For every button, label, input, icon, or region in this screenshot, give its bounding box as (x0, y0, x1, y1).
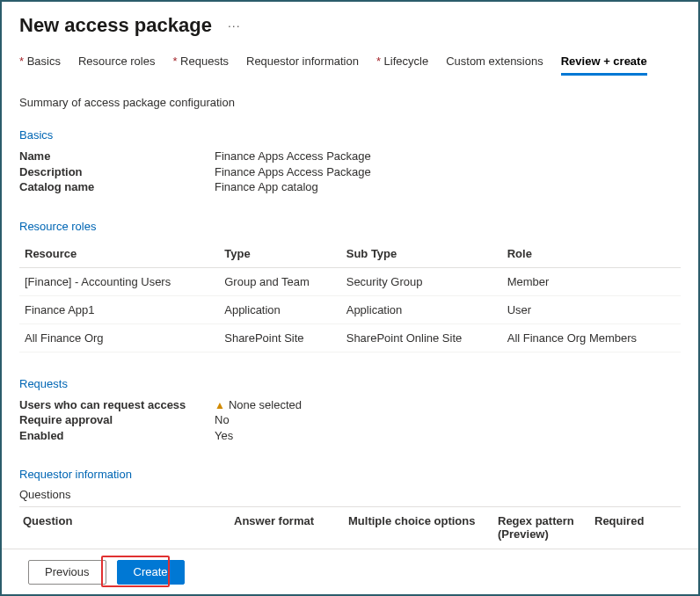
more-icon[interactable]: ··· (228, 18, 241, 33)
tab-requestor-information[interactable]: Requestor information (246, 55, 359, 76)
row-who: Users who can request access ▲None selec… (19, 397, 681, 413)
warning-icon: ▲ (215, 399, 225, 411)
link-requests[interactable]: Requests (19, 377, 681, 390)
col-required: Required (594, 514, 677, 541)
tab-basics[interactable]: Basics (19, 55, 61, 76)
table-row: All Finance OrgSharePoint SiteSharePoint… (19, 323, 681, 352)
value-name: Finance Apps Access Package (215, 149, 371, 164)
label-who: Users who can request access (19, 397, 215, 413)
tab-requests[interactable]: Requests (172, 55, 229, 76)
link-resource-roles[interactable]: Resource roles (19, 220, 681, 233)
table-body: [Finance] - Accounting UsersGroup and Te… (19, 267, 681, 352)
link-requestor-info[interactable]: Requestor information (19, 468, 681, 481)
value-who: ▲None selected (215, 397, 302, 413)
section-basics: Basics Name Finance Apps Access Package … (19, 128, 681, 195)
tab-lifecycle[interactable]: Lifecycle (376, 55, 428, 76)
cell-role: All Finance Org Members (502, 323, 681, 352)
col-answer-format: Answer format (234, 514, 348, 541)
value-approval: No (215, 412, 230, 428)
tab-resource-roles[interactable]: Resource roles (78, 55, 155, 76)
cell-subtype: Security Group (341, 267, 502, 295)
cell-resource: Finance App1 (19, 295, 219, 323)
table-resource-roles: Resource Type Sub Type Role [Finance] - … (19, 240, 681, 353)
row-enabled: Enabled Yes (19, 428, 681, 444)
cell-subtype: SharePoint Online Site (341, 323, 502, 352)
table-row: Finance App1ApplicationApplicationUser (19, 295, 681, 323)
section-requests: Requests Users who can request access ▲N… (19, 377, 681, 444)
label-enabled: Enabled (19, 428, 215, 444)
section-resource-roles: Resource roles Resource Type Sub Type Ro… (19, 220, 681, 353)
cell-type: SharePoint Site (219, 323, 340, 352)
label-description: Description (19, 164, 215, 180)
col-resource: Resource (19, 240, 219, 268)
col-type: Type (219, 240, 340, 268)
label-catalog: Catalog name (19, 179, 215, 195)
value-enabled: Yes (215, 428, 233, 444)
cell-subtype: Application (341, 295, 502, 323)
label-name: Name (19, 149, 215, 164)
cell-role: User (502, 295, 681, 323)
cell-role: Member (502, 267, 681, 295)
cell-type: Application (219, 295, 340, 323)
row-catalog: Catalog name Finance App catalog (19, 179, 681, 195)
label-approval: Require approval (19, 412, 215, 428)
cell-type: Group and Team (219, 267, 340, 295)
row-approval: Require approval No (19, 412, 681, 428)
summary-text: Summary of access package configuration (19, 96, 681, 109)
who-text: None selected (229, 398, 302, 411)
previous-button[interactable]: Previous (28, 560, 106, 585)
tabs-bar: BasicsResource rolesRequestsRequestor in… (19, 55, 681, 76)
row-description: Description Finance Apps Access Package (19, 164, 681, 180)
header: New access package ··· (19, 14, 681, 37)
questions-columns: Question Answer format Multiple choice o… (19, 509, 681, 548)
footer-bar: Previous Create (2, 549, 698, 594)
create-button[interactable]: Create (117, 560, 185, 585)
cell-resource: [Finance] - Accounting Users (19, 267, 219, 295)
col-role: Role (502, 240, 681, 268)
tab-custom-extensions[interactable]: Custom extensions (446, 55, 543, 76)
row-name: Name Finance Apps Access Package (19, 149, 681, 164)
tab-review-create[interactable]: Review + create (561, 55, 647, 76)
cell-resource: All Finance Org (19, 323, 219, 352)
questions-subhead: Questions (19, 488, 681, 507)
value-description: Finance Apps Access Package (215, 164, 371, 180)
col-subtype: Sub Type (341, 240, 502, 268)
col-question: Question (23, 514, 234, 541)
value-catalog: Finance App catalog (215, 179, 318, 195)
link-basics[interactable]: Basics (19, 128, 681, 142)
table-header-row: Resource Type Sub Type Role (19, 240, 681, 268)
table-row: [Finance] - Accounting UsersGroup and Te… (19, 267, 681, 295)
page-frame: New access package ··· BasicsResource ro… (0, 0, 700, 596)
page-title: New access package (19, 14, 212, 37)
col-regex: Regex pattern (Preview) (498, 514, 594, 541)
col-multiple-choice: Multiple choice options (348, 514, 498, 541)
